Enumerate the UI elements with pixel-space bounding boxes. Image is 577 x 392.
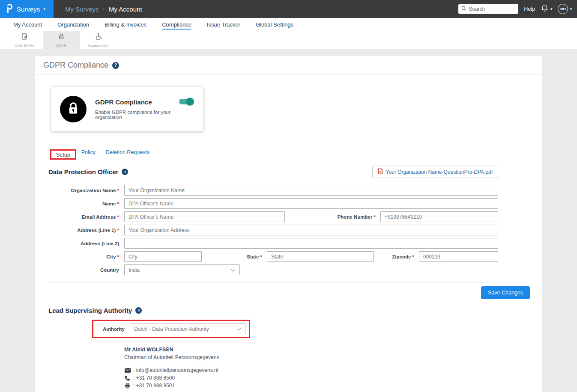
country-select[interactable]: India bbox=[124, 264, 240, 275]
state-field[interactable] bbox=[267, 251, 374, 262]
lsa-heading-text: Lead Supervising Authority bbox=[48, 307, 132, 314]
authority-contact-card: Mr Aleid WOLFSEN Chairman of Autoriteit … bbox=[124, 347, 542, 389]
authority-contact-email: : info@autoriteitpersoonsgegevens.nl bbox=[124, 367, 542, 373]
tab-policy[interactable]: Policy bbox=[76, 147, 101, 159]
tab-global-settings[interactable]: Global Settings bbox=[248, 21, 301, 28]
dpo-heading-text: Data Protection Officer bbox=[48, 168, 118, 175]
zipcode-label: Zipcode * bbox=[374, 254, 419, 259]
questionpro-logo bbox=[6, 3, 13, 15]
compliance-subtab-bar: CAN-SPAM GDPR Accessibility bbox=[0, 31, 577, 49]
state-label: State * bbox=[202, 254, 267, 259]
address-line2-label: Address (Line 2) bbox=[35, 241, 124, 246]
pdf-file-icon bbox=[378, 168, 383, 175]
save-changes-button-dpo[interactable]: Save Changes bbox=[481, 286, 530, 299]
subtab-label: Accessibility bbox=[88, 44, 108, 48]
product-switcher[interactable]: Surveys ▾ bbox=[0, 0, 54, 18]
tab-organization[interactable]: Organization bbox=[50, 21, 97, 28]
zipcode-field[interactable] bbox=[419, 251, 498, 262]
subtab-gdpr[interactable]: GDPR bbox=[43, 31, 80, 49]
chevron-down-icon: ▾ bbox=[550, 7, 553, 11]
subtab-accessibility[interactable]: Accessibility bbox=[80, 31, 117, 49]
authority-value: Dutch - Data Protection Authority bbox=[134, 326, 209, 332]
country-label: Country bbox=[35, 267, 124, 273]
dpo-form: Organization Name * Name * Email Address… bbox=[35, 185, 542, 275]
card-subtitle: Enable GDPR compliance for your organiza… bbox=[95, 110, 195, 120]
authority-label: Authority bbox=[98, 327, 125, 332]
gdpr-lock-icon bbox=[57, 33, 65, 42]
user-menu[interactable]: NB ▾ bbox=[558, 4, 572, 14]
search-icon bbox=[461, 5, 466, 13]
authority-select[interactable]: Dutch - Data Protection Authority bbox=[130, 324, 245, 334]
product-name: Surveys bbox=[17, 6, 40, 13]
navbar-right: Help ▾ NB ▾ bbox=[458, 4, 577, 14]
city-label: City * bbox=[35, 254, 124, 259]
setup-tab-bar: Setup Policy Deletion Requests bbox=[48, 147, 534, 159]
phone-number-field[interactable] bbox=[380, 211, 498, 222]
lsa-section-heading: Lead Supervising Authority ? bbox=[48, 307, 542, 314]
toggle-knob bbox=[186, 98, 194, 106]
search-box[interactable] bbox=[458, 4, 518, 14]
pdf-button-label: Your Organization Name-QuestionPro-DPA.p… bbox=[386, 169, 493, 175]
dpo-section-heading: Data Protection Officer ? bbox=[48, 168, 128, 175]
help-icon[interactable]: ? bbox=[112, 62, 119, 69]
subtab-label: GDPR bbox=[56, 44, 66, 48]
phone-number-label: Phone Number * bbox=[285, 214, 380, 220]
breadcrumb-separator-icon: › bbox=[103, 6, 105, 12]
breadcrumb-my-surveys[interactable]: My Surveys bbox=[65, 6, 99, 13]
gdpr-compliance-panel: GDPR Compliance ? GDPR Compliance Enable… bbox=[35, 56, 542, 392]
panel-header: GDPR Compliance ? bbox=[35, 56, 542, 75]
breadcrumb: My Surveys › My Account bbox=[65, 6, 142, 13]
accessibility-wheelchair-icon bbox=[94, 33, 102, 42]
authority-contact-name: Mr Aleid WOLFSEN bbox=[124, 347, 542, 353]
country-value: India bbox=[129, 267, 140, 273]
organization-name-field[interactable] bbox=[124, 185, 498, 196]
address-line1-label: Address (Line 1) * bbox=[35, 228, 124, 233]
authority-contact-phone: : +31 70 888 8500 bbox=[124, 375, 542, 381]
help-icon[interactable]: ? bbox=[135, 307, 142, 314]
envelope-icon bbox=[124, 368, 131, 373]
notifications-bell-icon bbox=[541, 4, 549, 14]
help-link[interactable]: Help bbox=[524, 6, 535, 12]
avatar: NB bbox=[558, 4, 568, 14]
search-input[interactable] bbox=[469, 6, 515, 12]
tab-issue-tracker[interactable]: Issue Tracker bbox=[199, 21, 248, 28]
email-address-label: Email Address * bbox=[35, 214, 124, 220]
chevron-down-icon bbox=[231, 267, 236, 273]
authority-contact-title: Chairman of Autoriteit Persoonsgegevens bbox=[124, 354, 542, 360]
organization-name-label: Organization Name * bbox=[35, 188, 124, 193]
name-field[interactable] bbox=[124, 198, 498, 209]
account-tab-bar: My Account Organization Billing & Invoic… bbox=[0, 18, 577, 31]
tab-deletion-requests[interactable]: Deletion Requests bbox=[101, 147, 155, 159]
city-field[interactable] bbox=[124, 251, 202, 262]
page-title: GDPR Compliance bbox=[43, 61, 108, 70]
email-address-field[interactable] bbox=[124, 211, 285, 222]
address-line2-field[interactable] bbox=[124, 238, 498, 249]
subtab-label: CAN-SPAM bbox=[15, 44, 34, 48]
dpa-pdf-download-button[interactable]: Your Organization Name-QuestionPro-DPA.p… bbox=[372, 166, 498, 178]
canspam-note-pencil-icon bbox=[21, 33, 29, 42]
address-line1-field[interactable] bbox=[124, 225, 498, 235]
phone-icon bbox=[124, 375, 131, 381]
tab-billing-invoices[interactable]: Billing & Invoices bbox=[97, 21, 154, 28]
fax-icon bbox=[124, 383, 131, 389]
tab-compliance[interactable]: Compliance bbox=[154, 21, 199, 28]
gdpr-toggle-card: GDPR Compliance Enable GDPR compliance f… bbox=[51, 87, 203, 131]
notifications-menu[interactable]: ▾ bbox=[541, 4, 553, 14]
tab-setup[interactable]: Setup bbox=[51, 150, 75, 160]
annotation-box-authority: Authority Dutch - Data Protection Author… bbox=[92, 320, 250, 338]
chevron-down-icon: ▾ bbox=[570, 7, 572, 11]
annotation-box-setup: Setup bbox=[50, 149, 76, 160]
name-label: Name * bbox=[35, 201, 124, 206]
subtab-can-spam[interactable]: CAN-SPAM bbox=[6, 31, 43, 49]
help-icon[interactable]: ? bbox=[122, 169, 128, 175]
chevron-down-icon: ▾ bbox=[43, 7, 45, 11]
top-navbar: Surveys ▾ My Surveys › My Account Help ▾… bbox=[0, 0, 577, 18]
breadcrumb-my-account: My Account bbox=[109, 6, 142, 13]
lock-icon bbox=[60, 96, 87, 122]
gdpr-toggle-on[interactable] bbox=[179, 99, 193, 104]
authority-contact-fax: : +31 70 888 8501 bbox=[124, 383, 542, 389]
chevron-down-icon bbox=[236, 326, 241, 332]
tab-my-account[interactable]: My Account bbox=[6, 21, 50, 28]
